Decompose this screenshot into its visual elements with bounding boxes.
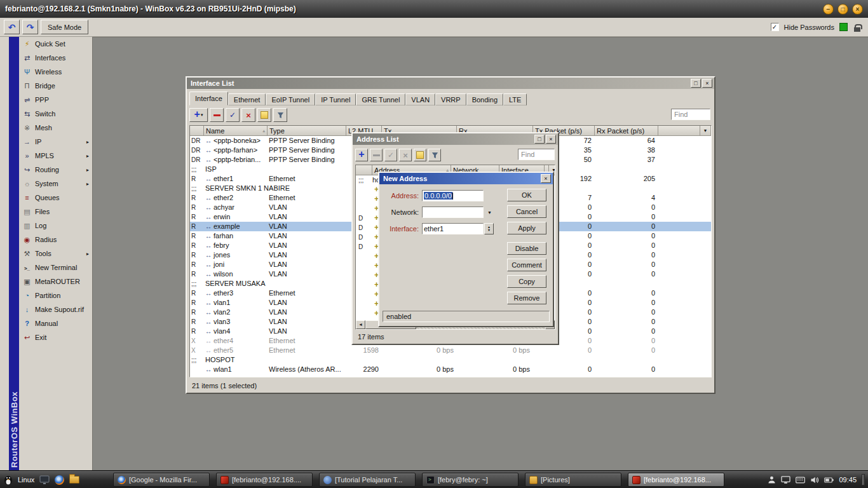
sidebar-item[interactable]: Partition bbox=[19, 288, 92, 302]
disable-button[interactable]: Disable bbox=[507, 242, 546, 255]
close-icon[interactable]: × bbox=[541, 174, 551, 183]
maximize-button[interactable]: □ bbox=[837, 4, 848, 15]
tab-vlan[interactable]: VLAN bbox=[405, 93, 435, 105]
close-button[interactable]: × bbox=[852, 4, 863, 15]
undo-button[interactable]: ↶ bbox=[4, 20, 20, 34]
apply-button[interactable]: Apply bbox=[507, 222, 546, 234]
sidebar-item[interactable]: Bridge bbox=[19, 79, 92, 93]
battery-icon[interactable] bbox=[824, 477, 834, 483]
file-manager-icon[interactable] bbox=[69, 476, 79, 484]
interface-field[interactable]: ether1 bbox=[422, 223, 484, 234]
screen-lock-icon[interactable] bbox=[39, 475, 50, 485]
sidebar-item[interactable]: Tools ▸ bbox=[19, 247, 92, 261]
sidebar-item[interactable]: Make Supout.rif bbox=[19, 302, 92, 316]
close-icon[interactable]: × bbox=[546, 135, 556, 144]
scroll-left-icon[interactable]: ◄ bbox=[356, 320, 365, 329]
tab-gre-tunnel[interactable]: GRE Tunnel bbox=[356, 93, 405, 105]
sidebar-item[interactable]: IP ▸ bbox=[19, 135, 92, 149]
tab-vrrp[interactable]: VRRP bbox=[435, 93, 466, 105]
clock[interactable]: 09:45 bbox=[839, 476, 857, 484]
add-button[interactable]: +▾ bbox=[189, 108, 208, 122]
sidebar-item[interactable]: Switch bbox=[19, 107, 92, 121]
taskbar-window-button[interactable]: [febrianto@192.168... bbox=[628, 473, 724, 487]
sidebar-item[interactable]: Radius bbox=[19, 233, 92, 247]
add-button[interactable]: + bbox=[355, 149, 368, 161]
tab-interface[interactable]: Interface bbox=[189, 92, 228, 105]
tab-ethernet[interactable]: Ethernet bbox=[228, 93, 266, 105]
maximize-icon[interactable]: □ bbox=[534, 135, 545, 144]
column-flags[interactable] bbox=[356, 165, 372, 175]
hide-passwords-checkbox[interactable]: ✓ bbox=[771, 23, 779, 31]
minimize-button[interactable]: − bbox=[823, 4, 834, 15]
menu-penguin-icon[interactable] bbox=[4, 475, 13, 485]
new-address-titlebar[interactable]: New Address × bbox=[379, 173, 553, 184]
address-list-titlebar[interactable]: Address List □ × bbox=[353, 133, 558, 145]
taskbar-window-button[interactable]: [Pictures] bbox=[525, 473, 621, 487]
comment-button[interactable] bbox=[414, 149, 426, 161]
taskbar-window-button[interactable]: [Google - Mozilla Fir... bbox=[113, 473, 210, 487]
sidebar-item[interactable]: Manual bbox=[19, 316, 92, 330]
column-name[interactable]: Name▵ bbox=[204, 126, 268, 136]
sidebar-item[interactable]: MPLS ▸ bbox=[19, 149, 92, 163]
safe-mode-button[interactable]: Safe Mode bbox=[41, 20, 88, 34]
menu-label[interactable]: Linux bbox=[18, 476, 34, 484]
redo-button[interactable]: ↷ bbox=[22, 20, 38, 34]
close-icon[interactable]: × bbox=[702, 79, 712, 88]
sidebar-item[interactable]: Routing ▸ bbox=[19, 163, 92, 177]
disable-button[interactable]: × bbox=[399, 149, 412, 161]
taskbar-window-button[interactable]: [Tutorial Pelajaran T... bbox=[319, 473, 416, 487]
sidebar-item[interactable]: Exit bbox=[19, 330, 92, 344]
remove-button[interactable] bbox=[210, 108, 224, 122]
enable-button[interactable]: ✓ bbox=[384, 149, 397, 161]
sidebar-item[interactable]: Mesh bbox=[19, 121, 92, 135]
tab-lte[interactable]: LTE bbox=[503, 93, 527, 105]
column-flags[interactable] bbox=[190, 126, 204, 136]
sidebar-item[interactable]: Files bbox=[19, 205, 92, 219]
hide-passwords-label[interactable]: Hide Passwords bbox=[784, 24, 834, 31]
tab-ip-tunnel[interactable]: IP Tunnel bbox=[315, 93, 356, 105]
network-field[interactable] bbox=[422, 207, 484, 218]
disable-button[interactable]: × bbox=[241, 108, 255, 122]
sidebar-item[interactable]: Quick Set bbox=[19, 37, 92, 51]
sidebar-item[interactable]: Wireless bbox=[19, 65, 92, 79]
tab-bonding[interactable]: Bonding bbox=[466, 93, 503, 105]
sidebar-item[interactable]: PPP bbox=[19, 93, 92, 107]
column-type[interactable]: Type bbox=[268, 126, 346, 136]
interface-row[interactable]: ;;; HOSPOT bbox=[190, 355, 711, 365]
keyboard-icon[interactable] bbox=[796, 477, 805, 484]
user-icon[interactable] bbox=[768, 475, 776, 484]
sidebar-item[interactable]: Log bbox=[19, 219, 92, 233]
firefox-icon[interactable] bbox=[55, 475, 64, 485]
sidebar-item[interactable]: New Terminal bbox=[19, 261, 92, 274]
filter-button[interactable] bbox=[273, 108, 287, 122]
find-input[interactable]: Find bbox=[671, 109, 710, 120]
taskbar-window-button[interactable]: [febrianto@192.168.... bbox=[216, 473, 313, 487]
copy-button[interactable]: Copy bbox=[507, 275, 546, 288]
volume-icon[interactable] bbox=[810, 476, 819, 484]
comment-button[interactable]: Comment bbox=[507, 259, 546, 271]
display-icon[interactable] bbox=[781, 475, 790, 484]
column-rx-packet[interactable]: Rx Packet (p/s) bbox=[595, 126, 658, 136]
network-dropdown-icon[interactable]: ▼ bbox=[485, 207, 494, 218]
maximize-icon[interactable]: □ bbox=[691, 79, 701, 88]
cancel-button[interactable]: Cancel bbox=[507, 205, 546, 218]
panel-handle-icon[interactable] bbox=[862, 474, 865, 485]
ok-button[interactable]: OK bbox=[507, 189, 546, 201]
comment-button[interactable] bbox=[257, 108, 271, 122]
sidebar-item[interactable]: Queues bbox=[19, 191, 92, 205]
enable-button[interactable]: ✓ bbox=[226, 108, 240, 122]
taskbar-window-button[interactable]: [febry@febry: ~] bbox=[422, 473, 519, 487]
sidebar-item[interactable]: System ▸ bbox=[19, 177, 92, 191]
remove-button[interactable]: Remove bbox=[507, 292, 546, 304]
interface-dropdown-button[interactable]: ▴▾ bbox=[484, 223, 494, 234]
sidebar-item[interactable]: MetaROUTER bbox=[19, 274, 92, 288]
interface-row[interactable]: X ether5 Ethernet 1598 0 bps 0 bps 0 0 bbox=[190, 346, 711, 355]
interface-list-titlebar[interactable]: Interface List □ × bbox=[187, 78, 714, 89]
filter-button[interactable] bbox=[428, 149, 441, 161]
window-titlebar[interactable]: febrianto@192.168.2.1 (Smkn1nabre) - Win… bbox=[0, 0, 868, 18]
interface-row[interactable]: wlan1 Wireless (Atheros AR... 2290 0 bps… bbox=[190, 365, 711, 374]
tab-eoip-tunnel[interactable]: EoIP Tunnel bbox=[266, 93, 315, 105]
column-select-button[interactable]: ▼ bbox=[700, 126, 711, 136]
remove-button[interactable] bbox=[370, 149, 383, 161]
address-field[interactable]: 0.0.0.0/0 bbox=[422, 190, 484, 201]
